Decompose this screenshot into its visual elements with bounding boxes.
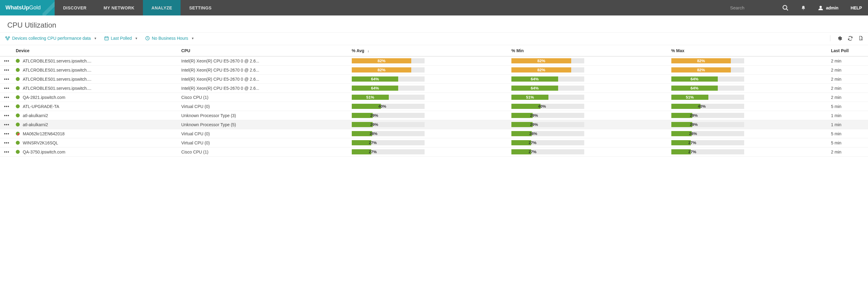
progress-bar-label: 40% (698, 104, 706, 109)
row-menu-icon[interactable]: ••• (0, 120, 13, 129)
cpu-cell: Intel(R) Xeon(R) CPU E5-2670 0 @ 2.6... (179, 66, 349, 75)
progress-bar: 64% (671, 76, 744, 81)
table-row[interactable]: ••• QA-3750.ipswitch.com Cisco CPU (1) 2… (0, 147, 868, 157)
table-row[interactable]: ••• WINSRV2K16SQL Virtual CPU (0) 27% 27… (0, 138, 868, 147)
search-icon[interactable] (776, 0, 795, 15)
brand-logo[interactable]: WhatsUpGold (0, 0, 55, 15)
filter-business-hours[interactable]: No Business Hours ▼ (145, 36, 194, 41)
nav-analyze[interactable]: ANALYZE (143, 0, 181, 15)
filter-devices[interactable]: Devices collecting CPU performance data … (5, 36, 97, 41)
min-cell: 40% (509, 102, 669, 111)
table-row[interactable]: ••• ATL-UPGRADE-TA Virtual CPU (0) 40% 4… (0, 102, 868, 111)
table-row[interactable]: ••• atl-akulkarni2 Unknown Processor Typ… (0, 111, 868, 120)
table-row[interactable]: ••• MA062kr12EN642018 Virtual CPU (0) 28… (0, 129, 868, 138)
nav-help[interactable]: HELP (845, 0, 868, 15)
col-cpu[interactable]: CPU (179, 45, 349, 57)
progress-bar: 27% (352, 149, 425, 155)
progress-bar-label: 28% (370, 131, 377, 136)
table-row[interactable]: ••• ATLCROBLES01.servers.ipswitch.... In… (0, 84, 868, 93)
progress-bar-fill (512, 122, 533, 127)
avg-cell: 28% (349, 129, 509, 138)
progress-bar-label: 29% (530, 113, 538, 118)
device-name: QA-2821.ipswitch.com (23, 95, 65, 100)
progress-bar: 29% (671, 122, 744, 127)
row-menu-icon[interactable]: ••• (0, 138, 13, 147)
filter-last-polled[interactable]: Last Polled ▼ (104, 36, 138, 41)
svg-line-1 (786, 8, 788, 10)
progress-bar-label: 64% (690, 76, 699, 81)
row-menu-icon[interactable]: ••• (0, 75, 13, 84)
table-row[interactable]: ••• ATLCROBLES01.servers.ipswitch.... In… (0, 75, 868, 84)
progress-bar-label: 29% (530, 122, 538, 127)
row-menu-icon[interactable]: ••• (0, 111, 13, 120)
row-menu-icon[interactable]: ••• (0, 93, 13, 102)
min-cell: 82% (509, 66, 669, 75)
svg-point-0 (783, 5, 787, 9)
row-menu-icon[interactable]: ••• (0, 129, 13, 138)
col-avg[interactable]: % Avg ↓ (349, 45, 509, 57)
row-menu-icon[interactable]: ••• (0, 66, 13, 75)
progress-bar: 40% (352, 104, 425, 109)
progress-bar-label: 64% (531, 76, 539, 81)
cpu-cell: Cisco CPU (1) (179, 147, 349, 157)
gear-icon[interactable] (837, 36, 842, 41)
row-menu-icon[interactable]: ••• (0, 102, 13, 111)
max-cell: 28% (669, 129, 829, 138)
progress-bar-label: 64% (531, 86, 539, 91)
table-row[interactable]: ••• QA-2821.ipswitch.com Cisco CPU (1) 5… (0, 93, 868, 102)
max-cell: 64% (669, 75, 829, 84)
col-device[interactable]: Device (13, 45, 179, 57)
refresh-icon[interactable] (848, 36, 853, 41)
col-max[interactable]: % Max (669, 45, 829, 57)
last-poll-cell: 5 min (829, 129, 868, 138)
svg-line-6 (7, 38, 7, 39)
status-dot (16, 68, 20, 72)
progress-bar: 28% (671, 131, 744, 136)
row-menu-icon[interactable]: ••• (0, 57, 13, 66)
search-input[interactable] (730, 5, 772, 10)
progress-bar-label: 29% (370, 113, 378, 118)
progress-bar-fill (671, 140, 691, 145)
max-cell: 82% (669, 57, 829, 66)
table-row[interactable]: ••• atl-akulkarni2 Unknown Processor Typ… (0, 120, 868, 129)
chevron-down-icon: ▼ (191, 37, 194, 40)
progress-bar: 27% (352, 140, 425, 145)
table-row[interactable]: ••• ATLCROBLES01.servers.ipswitch.... In… (0, 66, 868, 75)
table-row[interactable]: ••• ATLCROBLES01.servers.ipswitch.... In… (0, 57, 868, 66)
progress-bar-label: 51% (366, 95, 374, 100)
progress-bar: 28% (512, 131, 584, 136)
progress-bar-label: 82% (537, 67, 545, 72)
progress-bar-fill (671, 122, 692, 127)
avg-cell: 82% (349, 57, 509, 66)
export-icon[interactable] (858, 35, 863, 41)
progress-bar: 82% (671, 67, 744, 72)
device-name: atl-akulkarni2 (23, 113, 48, 118)
col-last-poll[interactable]: Last Poll (829, 45, 868, 57)
last-poll-cell: 1 min (829, 120, 868, 129)
col-avg-label: % Avg (352, 48, 365, 53)
max-cell: 82% (669, 66, 829, 75)
progress-bar: 40% (512, 104, 584, 109)
progress-bar: 29% (352, 113, 425, 118)
progress-bar-label: 28% (529, 131, 537, 136)
row-menu-icon[interactable]: ••• (0, 84, 13, 93)
progress-bar-fill (512, 131, 532, 136)
progress-bar-fill (671, 131, 692, 136)
user-menu[interactable]: admin (812, 0, 844, 15)
max-cell: 29% (669, 111, 829, 120)
progress-bar: 40% (671, 104, 744, 109)
progress-bar-fill (512, 140, 531, 145)
nav-discover[interactable]: DISCOVER (55, 0, 95, 15)
bell-icon[interactable] (795, 0, 812, 15)
min-cell: 29% (509, 120, 669, 129)
clock-icon (145, 36, 150, 41)
max-cell: 40% (669, 102, 829, 111)
row-menu-icon[interactable]: ••• (0, 147, 13, 157)
nav-settings[interactable]: SETTINGS (181, 0, 220, 15)
progress-bar-fill (671, 113, 692, 118)
min-cell: 27% (509, 138, 669, 147)
device-cell: ATL-UPGRADE-TA (13, 102, 179, 111)
col-min[interactable]: % Min (509, 45, 669, 57)
nav-my-network[interactable]: MY NETWORK (95, 0, 143, 15)
progress-bar-label: 40% (378, 104, 386, 109)
